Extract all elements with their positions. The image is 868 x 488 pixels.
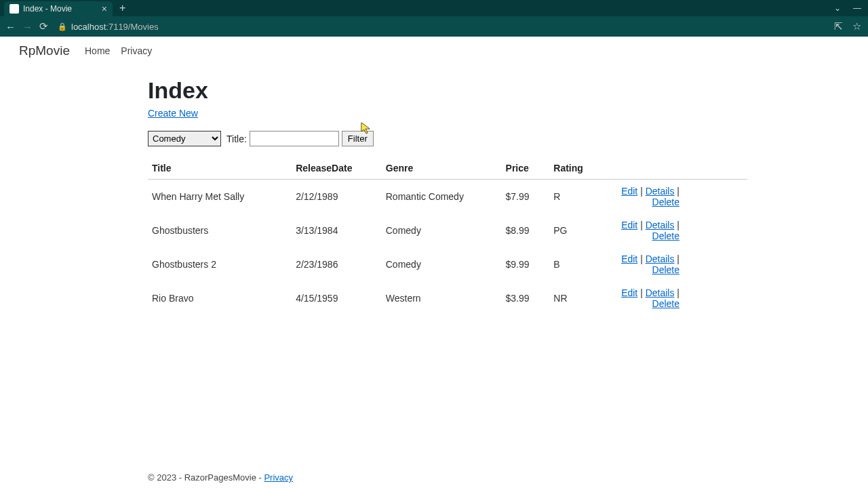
address-bar[interactable]: 🔒 localhost:7119/Movies: [58, 22, 827, 32]
table-row: Ghostbusters3/13/1984Comedy$8.99PGEdit |…: [148, 214, 747, 247]
th-title: Title: [148, 157, 292, 180]
page-icon: [9, 4, 19, 14]
cell-genre: Comedy: [382, 214, 502, 247]
cell-releasedate: 2/23/1986: [292, 247, 382, 281]
cell-genre: Comedy: [382, 247, 502, 281]
share-icon[interactable]: ⇱: [834, 20, 843, 33]
page-title: Index: [148, 77, 747, 104]
site-nav: RpMovie Home Privacy: [0, 37, 868, 65]
footer-privacy-link[interactable]: Privacy: [264, 472, 293, 483]
table-header-row: Title ReleaseDate Genre Price Rating: [148, 157, 747, 180]
th-genre: Genre: [382, 157, 502, 180]
filter-form: Comedy Title: Filter: [148, 131, 747, 146]
chevron-down-icon[interactable]: ⌄: [834, 3, 841, 13]
details-link[interactable]: Details: [646, 186, 675, 197]
cell-actions: Edit | Details | Delete: [610, 180, 747, 214]
browser-tab[interactable]: Index - Movie ×: [4, 1, 113, 16]
genre-select[interactable]: Comedy: [148, 131, 221, 146]
cell-title: Ghostbusters 2: [148, 247, 292, 281]
th-releasedate: ReleaseDate: [292, 157, 382, 180]
cell-price: $9.99: [502, 247, 550, 281]
filter-button[interactable]: Filter: [342, 131, 374, 146]
cell-price: $7.99: [502, 180, 550, 214]
cell-actions: Edit | Details | Delete: [610, 281, 747, 315]
cell-rating: PG: [549, 214, 609, 247]
cell-actions: Edit | Details | Delete: [610, 214, 747, 247]
cell-actions: Edit | Details | Delete: [610, 247, 747, 281]
close-tab-icon[interactable]: ×: [102, 3, 107, 14]
browser-toolbar: ← → ⟳ 🔒 localhost:7119/Movies ⇱ ☆: [0, 16, 868, 37]
cell-genre: Western: [382, 281, 502, 315]
reload-button[interactable]: ⟳: [39, 20, 48, 33]
nav-privacy[interactable]: Privacy: [121, 45, 152, 56]
th-actions: [610, 157, 747, 180]
cell-rating: NR: [549, 281, 609, 315]
forward-button[interactable]: →: [22, 21, 33, 33]
new-tab-button[interactable]: +: [119, 2, 125, 14]
table-row: When Harry Met Sally2/12/1989Romantic Co…: [148, 180, 747, 214]
page-body: RpMovie Home Privacy Index Create New Co…: [0, 37, 868, 488]
tab-title: Index - Movie: [23, 4, 96, 14]
brand[interactable]: RpMovie: [19, 43, 70, 58]
cell-releasedate: 3/13/1984: [292, 214, 382, 247]
minimize-icon[interactable]: —: [853, 3, 861, 13]
browser-tab-strip: Index - Movie × + ⌄ —: [0, 0, 868, 16]
edit-link[interactable]: Edit: [621, 253, 637, 264]
lock-icon: 🔒: [58, 22, 67, 31]
delete-link[interactable]: Delete: [652, 264, 679, 275]
footer: © 2023 - RazorPagesMovie - Privacy: [0, 467, 868, 488]
cell-rating: B: [549, 247, 609, 281]
details-link[interactable]: Details: [646, 287, 675, 298]
cell-title: When Harry Met Sally: [148, 180, 292, 214]
details-link[interactable]: Details: [646, 220, 675, 230]
delete-link[interactable]: Delete: [652, 197, 679, 207]
bookmark-icon[interactable]: ☆: [852, 20, 861, 33]
cell-price: $3.99: [502, 281, 550, 315]
cell-releasedate: 4/15/1959: [292, 281, 382, 315]
url-host: localhost: [71, 22, 106, 32]
cell-releasedate: 2/12/1989: [292, 180, 382, 214]
main-container: Index Create New Comedy Title: Filter Ti…: [129, 77, 766, 315]
cell-title: Ghostbusters: [148, 214, 292, 247]
delete-link[interactable]: Delete: [652, 298, 679, 309]
nav-home[interactable]: Home: [85, 45, 110, 56]
window-controls: ⌄ —: [834, 3, 864, 13]
footer-text: © 2023 - RazorPagesMovie -: [148, 472, 264, 483]
table-row: Ghostbusters 22/23/1986Comedy$9.99BEdit …: [148, 247, 747, 281]
cell-genre: Romantic Comedy: [382, 180, 502, 214]
details-link[interactable]: Details: [646, 253, 675, 264]
title-label: Title:: [226, 134, 247, 144]
url-path: /Movies: [128, 22, 159, 32]
movies-table: Title ReleaseDate Genre Price Rating Whe…: [148, 157, 747, 315]
th-rating: Rating: [549, 157, 609, 180]
title-input[interactable]: [250, 131, 339, 146]
cell-title: Rio Bravo: [148, 281, 292, 315]
create-new-link[interactable]: Create New: [148, 108, 198, 119]
edit-link[interactable]: Edit: [621, 220, 637, 230]
cell-rating: R: [549, 180, 609, 214]
url-port: :7119: [106, 22, 128, 32]
back-button[interactable]: ←: [5, 21, 16, 33]
edit-link[interactable]: Edit: [621, 186, 637, 197]
cell-price: $8.99: [502, 214, 550, 247]
edit-link[interactable]: Edit: [621, 287, 637, 298]
delete-link[interactable]: Delete: [652, 230, 679, 241]
th-price: Price: [502, 157, 550, 180]
table-row: Rio Bravo4/15/1959Western$3.99NREdit | D…: [148, 281, 747, 315]
